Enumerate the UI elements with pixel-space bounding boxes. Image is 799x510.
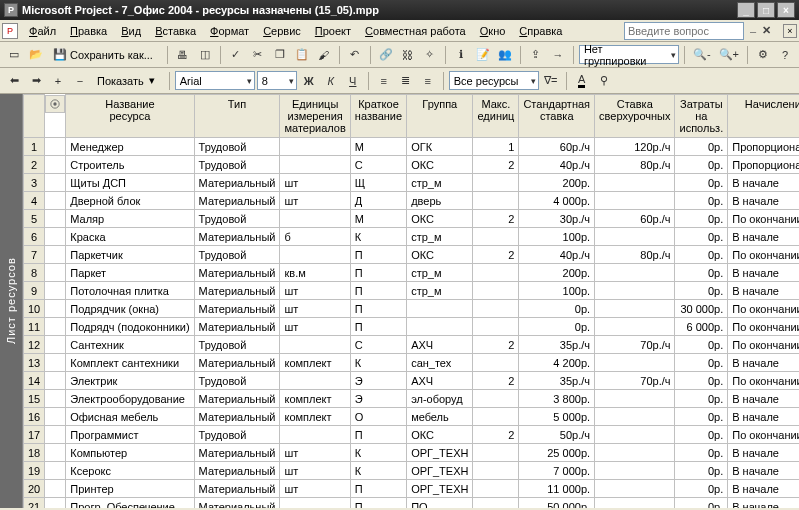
short-cell[interactable]: Э <box>350 372 406 390</box>
std-cell[interactable]: 0р. <box>519 318 595 336</box>
indicator-cell[interactable] <box>45 480 66 498</box>
col-header-4[interactable]: Единицыизмеренияматериалов <box>280 95 350 138</box>
unit-cell[interactable] <box>280 372 350 390</box>
num-cell[interactable]: 21 <box>24 498 45 509</box>
name-cell[interactable]: Офисная мебель <box>66 408 194 426</box>
group-cell[interactable]: ОКС <box>407 156 473 174</box>
name-cell[interactable]: Щиты ДСП <box>66 174 194 192</box>
short-cell[interactable]: Д <box>350 192 406 210</box>
cost-cell[interactable]: 0р. <box>675 138 728 156</box>
table-row[interactable]: 1МенеджерТрудовойМОГК160р./ч120р./ч0р.Пр… <box>24 138 800 156</box>
indicator-cell[interactable] <box>45 426 66 444</box>
ot-cell[interactable] <box>595 390 675 408</box>
unit-cell[interactable]: шт <box>280 318 350 336</box>
type-cell[interactable]: Трудовой <box>194 372 280 390</box>
ot-cell[interactable] <box>595 264 675 282</box>
std-cell[interactable]: 35р./ч <box>519 336 595 354</box>
collapse-minus-icon[interactable]: − <box>70 71 90 91</box>
type-cell[interactable]: Трудовой <box>194 138 280 156</box>
std-cell[interactable]: 60р./ч <box>519 138 595 156</box>
underline-icon[interactable]: Ч <box>343 71 363 91</box>
short-cell[interactable]: П <box>350 498 406 509</box>
indicator-cell[interactable] <box>45 210 66 228</box>
max-cell[interactable] <box>473 282 519 300</box>
type-cell[interactable]: Материальный <box>194 264 280 282</box>
num-cell[interactable]: 17 <box>24 426 45 444</box>
ot-cell[interactable]: 70р./ч <box>595 336 675 354</box>
type-cell[interactable]: Материальный <box>194 192 280 210</box>
unit-cell[interactable]: шт <box>280 174 350 192</box>
unit-cell[interactable]: шт <box>280 444 350 462</box>
menubar-close-doc[interactable]: ✕ <box>762 24 771 37</box>
cost-cell[interactable]: 0р. <box>675 408 728 426</box>
group-cell[interactable]: сан_тех <box>407 354 473 372</box>
type-cell[interactable]: Материальный <box>194 282 280 300</box>
accr-cell[interactable]: В начале <box>728 228 799 246</box>
name-cell[interactable]: Принтер <box>66 480 194 498</box>
split-task-icon[interactable]: ✧ <box>420 45 440 65</box>
table-row[interactable]: 9Потолочная плиткаМатериальныйштПстр_м10… <box>24 282 800 300</box>
unit-cell[interactable]: кв.м <box>280 264 350 282</box>
short-cell[interactable]: П <box>350 480 406 498</box>
cost-cell[interactable]: 0р. <box>675 354 728 372</box>
minimize-button[interactable]: _ <box>737 2 755 18</box>
unit-cell[interactable] <box>280 426 350 444</box>
ot-cell[interactable]: 80р./ч <box>595 156 675 174</box>
type-cell[interactable]: Материальный <box>194 354 280 372</box>
accr-cell[interactable]: В начале <box>728 282 799 300</box>
table-row[interactable]: 10Подрядчик (окна)МатериальныйштП0р.30 0… <box>24 300 800 318</box>
name-cell[interactable]: Компьютер <box>66 444 194 462</box>
std-cell[interactable]: 7 000р. <box>519 462 595 480</box>
short-cell[interactable]: М <box>350 138 406 156</box>
undo-icon[interactable]: ↶ <box>345 45 365 65</box>
indicator-cell[interactable] <box>45 318 66 336</box>
group-cell[interactable] <box>407 318 473 336</box>
cost-cell[interactable]: 30 000р. <box>675 300 728 318</box>
name-cell[interactable]: Строитель <box>66 156 194 174</box>
ot-cell[interactable] <box>595 228 675 246</box>
font-dropdown[interactable]: Arial <box>175 71 255 90</box>
short-cell[interactable]: П <box>350 282 406 300</box>
std-cell[interactable]: 5 000р. <box>519 408 595 426</box>
max-cell[interactable] <box>473 264 519 282</box>
accr-cell[interactable]: В начале <box>728 480 799 498</box>
cost-cell[interactable]: 0р. <box>675 264 728 282</box>
ot-cell[interactable] <box>595 354 675 372</box>
accr-cell[interactable]: По окончании <box>728 210 799 228</box>
accr-cell[interactable]: По окончании <box>728 246 799 264</box>
std-cell[interactable]: 4 000р. <box>519 192 595 210</box>
type-cell[interactable]: Материальный <box>194 174 280 192</box>
indicator-cell[interactable] <box>45 156 66 174</box>
unit-cell[interactable]: шт <box>280 480 350 498</box>
name-cell[interactable]: Прогр. Обеспечение <box>66 498 194 509</box>
view-bar[interactable]: Лист ресурсов <box>0 94 22 508</box>
type-cell[interactable]: Материальный <box>194 498 280 509</box>
num-cell[interactable]: 8 <box>24 264 45 282</box>
save-as-button[interactable]: 💾 Сохранить как... <box>48 45 162 65</box>
resource-table[interactable]: НазваниересурсаТипЕдиницыизмеренияматери… <box>23 94 799 508</box>
group-cell[interactable]: ОКС <box>407 426 473 444</box>
name-cell[interactable]: Потолочная плитка <box>66 282 194 300</box>
short-cell[interactable]: С <box>350 156 406 174</box>
group-cell[interactable]: ОКС <box>407 246 473 264</box>
accr-cell[interactable]: По окончании <box>728 300 799 318</box>
unit-cell[interactable] <box>280 138 350 156</box>
table-row[interactable]: 11Подрядч (подоконники)МатериальныйштП0р… <box>24 318 800 336</box>
menu-вид[interactable]: Вид <box>114 23 148 39</box>
align-right-icon[interactable]: ≡ <box>418 71 438 91</box>
std-cell[interactable]: 11 000р. <box>519 480 595 498</box>
ot-cell[interactable] <box>595 462 675 480</box>
cost-cell[interactable]: 0р. <box>675 480 728 498</box>
name-cell[interactable]: Комплект сантехники <box>66 354 194 372</box>
table-row[interactable]: 6КраскаМатериальныйбКстр_м100р.0р.В нача… <box>24 228 800 246</box>
name-cell[interactable]: Маляр <box>66 210 194 228</box>
cost-cell[interactable]: 0р. <box>675 156 728 174</box>
filter-dropdown[interactable]: Все ресурсы <box>449 71 539 90</box>
unit-cell[interactable]: шт <box>280 192 350 210</box>
menu-формат[interactable]: Формат <box>203 23 256 39</box>
accr-cell[interactable]: По окончании <box>728 426 799 444</box>
type-cell[interactable]: Трудовой <box>194 336 280 354</box>
short-cell[interactable]: П <box>350 300 406 318</box>
print-preview-icon[interactable]: ◫ <box>195 45 215 65</box>
std-cell[interactable]: 3 800р. <box>519 390 595 408</box>
